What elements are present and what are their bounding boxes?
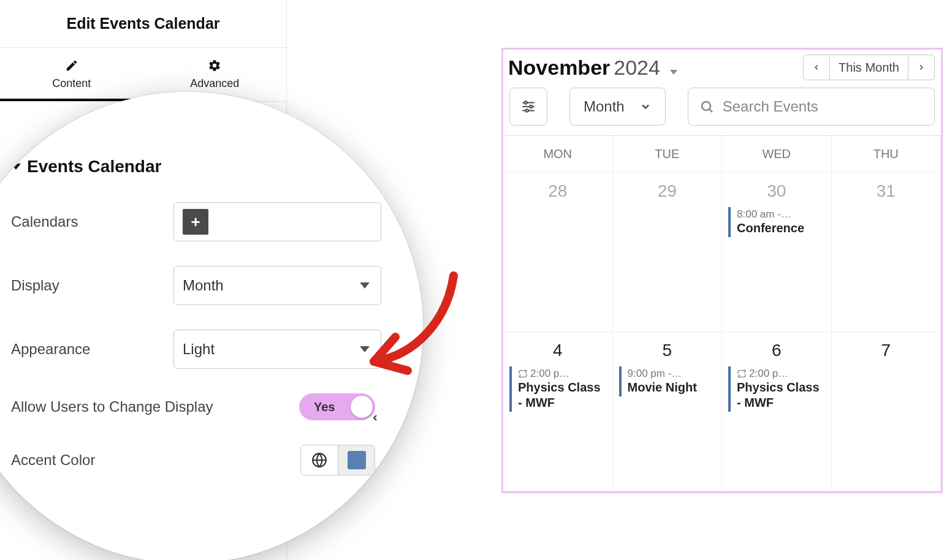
calendars-row: Calendars + — [0, 190, 392, 254]
filter-button[interactable] — [509, 88, 547, 126]
plus-icon: + — [191, 213, 200, 232]
calendar-cell[interactable]: 4 2:00 p… Physics Class - MWF — [503, 332, 613, 491]
tab-content-label: Content — [52, 77, 91, 90]
view-select-value: Month — [584, 98, 625, 115]
accent-color-label: Accent Color — [11, 452, 262, 469]
prev-month-button[interactable] — [803, 55, 830, 80]
calendar-year: 2024 — [614, 56, 660, 80]
panel-title: Edit Events Calendar — [0, 0, 286, 48]
section-heading-text: Events Calendar — [27, 157, 161, 176]
svg-point-7 — [702, 102, 710, 110]
event-title: Physics Class - MWF — [518, 380, 606, 411]
calendar-event[interactable]: 8:00 am -… Conference — [728, 207, 825, 237]
appearance-label: Appearance — [11, 341, 173, 358]
display-select[interactable]: Month — [173, 266, 381, 305]
calendar-event[interactable]: 9:00 pm -… Movie Night — [619, 366, 716, 396]
calendar-cell[interactable]: 30 8:00 am -… Conference — [722, 173, 832, 332]
day-number: 31 — [838, 181, 935, 201]
search-icon — [699, 99, 714, 114]
allow-display-row: Allow Users to Change Display Yes — [0, 381, 392, 433]
calendar-grid: 28 29 30 8:00 am -… Conference 31 4 2:00… — [503, 173, 941, 491]
svg-line-8 — [709, 110, 712, 112]
calendars-input[interactable]: + — [173, 202, 381, 241]
toggle-value: Yes — [314, 400, 335, 414]
add-calendar-button[interactable]: + — [183, 209, 208, 235]
global-color-option[interactable] — [301, 445, 338, 475]
gear-icon — [208, 59, 221, 72]
appearance-row: Appearance Light — [0, 317, 392, 381]
event-title: Physics Class - MWF — [737, 380, 825, 411]
day-number: 7 — [838, 341, 935, 360]
this-month-button[interactable]: This Month — [830, 55, 908, 80]
search-placeholder: Search Events — [723, 98, 818, 115]
event-title: Conference — [737, 221, 825, 236]
search-input[interactable]: Search Events — [688, 88, 935, 126]
sliders-icon — [520, 99, 536, 115]
calendar-month: November — [508, 56, 610, 80]
day-number: 4 — [509, 341, 606, 360]
custom-color-option[interactable] — [338, 445, 375, 475]
chevron-right-icon — [917, 63, 926, 72]
event-time: 9:00 pm -… — [628, 368, 716, 380]
appearance-select[interactable]: Light — [173, 330, 381, 369]
zoom-lens: Events Calendar Calendars + Display Mont… — [0, 92, 423, 560]
settings-tabs: Content Advanced — [0, 48, 286, 102]
accent-color-row: Accent Color — [0, 433, 392, 488]
day-number: 6 — [728, 341, 825, 360]
color-swatch — [348, 451, 366, 469]
day-header: THU — [832, 136, 942, 173]
view-select[interactable]: Month — [569, 88, 666, 126]
display-value: Month — [183, 277, 224, 294]
svg-point-4 — [525, 101, 527, 104]
day-number: 28 — [509, 181, 606, 201]
calendar-event[interactable]: 2:00 p… Physics Class - MWF — [509, 366, 606, 412]
chevron-down-icon — [639, 100, 652, 113]
event-time: 2:00 p… — [737, 368, 825, 380]
next-month-button[interactable] — [908, 55, 935, 80]
calendar-day-headers: MON TUE WED THU — [503, 135, 941, 173]
calendar-cell[interactable]: 5 9:00 pm -… Movie Night — [613, 332, 723, 491]
pencil-icon — [65, 59, 78, 72]
day-number: 5 — [619, 341, 716, 360]
chevron-down-icon — [360, 346, 370, 352]
display-label: Display — [11, 277, 173, 295]
calendar-nav: This Month — [803, 55, 935, 80]
accent-color-picker[interactable] — [300, 445, 375, 475]
event-time: 2:00 p… — [518, 368, 606, 380]
calendar-cell[interactable]: 7 — [832, 332, 942, 491]
day-number: 29 — [619, 181, 716, 201]
collapse-panel-button[interactable] — [368, 411, 383, 425]
calendars-label: Calendars — [11, 213, 173, 231]
allow-display-label: Allow Users to Change Display — [11, 398, 262, 416]
calendar-widget: November 2024 This Month Month Search Ev… — [501, 48, 943, 493]
event-time: 8:00 am -… — [737, 208, 825, 221]
chevron-down-icon — [360, 282, 370, 289]
appearance-value: Light — [183, 341, 215, 358]
tab-content[interactable]: Content — [0, 48, 143, 101]
chevron-down-icon — [670, 70, 677, 75]
calendar-cell[interactable]: 29 — [613, 173, 723, 332]
chevron-left-icon — [370, 413, 380, 423]
globe-icon — [311, 452, 327, 468]
event-time-text: 2:00 p… — [749, 368, 788, 380]
calendar-header: November 2024 This Month — [503, 50, 941, 84]
calendar-toolbar: Month Search Events — [503, 84, 941, 135]
tab-advanced-label: Advanced — [190, 77, 239, 90]
section-header[interactable]: Events Calendar — [0, 153, 392, 190]
allow-display-toggle[interactable]: Yes — [299, 393, 375, 420]
display-row: Display Month — [0, 254, 392, 317]
calendar-cell[interactable]: 28 — [503, 173, 613, 332]
repeat-icon — [737, 369, 747, 379]
day-header: MON — [503, 136, 613, 173]
svg-point-5 — [530, 105, 532, 108]
repeat-icon — [518, 369, 528, 379]
calendar-event[interactable]: 2:00 p… Physics Class - MWF — [728, 366, 825, 412]
calendar-cell[interactable]: 31 — [832, 173, 942, 332]
chevron-left-icon — [812, 63, 821, 72]
svg-point-6 — [526, 109, 528, 112]
day-header: TUE — [613, 136, 723, 173]
event-time-text: 2:00 p… — [530, 368, 569, 380]
calendar-cell[interactable]: 6 2:00 p… Physics Class - MWF — [722, 332, 832, 491]
calendar-title[interactable]: November 2024 — [508, 56, 677, 80]
day-header: WED — [722, 136, 832, 173]
